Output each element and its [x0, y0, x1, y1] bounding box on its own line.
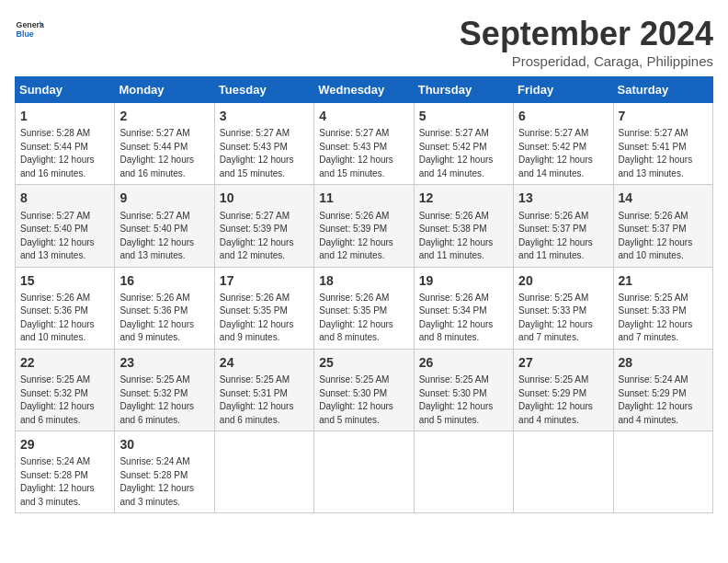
- table-row: 5 Sunrise: 5:27 AM Sunset: 5:42 PM Dayli…: [414, 103, 513, 185]
- sunset-label: Sunset: 5:42 PM: [518, 142, 586, 152]
- sunset-label: Sunset: 5:32 PM: [119, 388, 188, 398]
- table-row: 27 Sunrise: 5:25 AM Sunset: 5:29 PM Dayl…: [514, 349, 613, 431]
- sunrise-label: Sunrise: 5:25 AM: [619, 293, 688, 303]
- sunset-label: Sunset: 5:44 PM: [119, 142, 188, 152]
- table-row: [314, 431, 414, 513]
- daylight-label: Daylight: 12 hours and 16 minutes.: [20, 155, 95, 178]
- sunrise-label: Sunrise: 5:26 AM: [119, 293, 189, 303]
- sunset-label: Sunset: 5:42 PM: [419, 142, 487, 152]
- sunrise-label: Sunrise: 5:25 AM: [20, 374, 90, 385]
- daylight-label: Daylight: 12 hours and 11 minutes.: [419, 237, 494, 261]
- month-title: September 2024: [460, 15, 713, 53]
- day-number: 30: [119, 435, 209, 454]
- daylight-label: Daylight: 12 hours and 10 minutes.: [20, 319, 95, 343]
- table-row: 18 Sunrise: 5:26 AM Sunset: 5:35 PM Dayl…: [314, 267, 414, 349]
- table-row: 6 Sunrise: 5:27 AM Sunset: 5:42 PM Dayli…: [514, 103, 613, 185]
- daylight-label: Daylight: 12 hours and 6 minutes.: [20, 401, 95, 425]
- sunrise-label: Sunrise: 5:27 AM: [119, 211, 189, 221]
- sunrise-label: Sunrise: 5:25 AM: [319, 374, 389, 385]
- sunset-label: Sunset: 5:29 PM: [619, 388, 687, 398]
- table-row: 26 Sunrise: 5:25 AM Sunset: 5:30 PM Dayl…: [414, 349, 513, 431]
- day-number: 6: [518, 107, 608, 125]
- sunset-label: Sunset: 5:40 PM: [20, 224, 88, 234]
- table-row: 25 Sunrise: 5:25 AM Sunset: 5:30 PM Dayl…: [314, 349, 414, 431]
- day-number: 15: [20, 271, 109, 290]
- day-number: 14: [619, 189, 708, 207]
- daylight-label: Daylight: 12 hours and 15 minutes.: [220, 155, 294, 178]
- table-row: 23 Sunrise: 5:25 AM Sunset: 5:32 PM Dayl…: [115, 349, 214, 431]
- day-number: 23: [119, 353, 209, 372]
- daylight-label: Daylight: 12 hours and 14 minutes.: [518, 155, 593, 178]
- table-row: 13 Sunrise: 5:26 AM Sunset: 5:37 PM Dayl…: [514, 185, 613, 267]
- day-number: 21: [619, 271, 708, 290]
- page-header: General Blue September 2024 Prosperidad,…: [15, 15, 713, 69]
- sunset-label: Sunset: 5:39 PM: [220, 224, 288, 234]
- table-row: 12 Sunrise: 5:26 AM Sunset: 5:38 PM Dayl…: [414, 185, 513, 267]
- table-row: 11 Sunrise: 5:26 AM Sunset: 5:39 PM Dayl…: [314, 185, 414, 267]
- sunrise-label: Sunrise: 5:24 AM: [20, 456, 90, 466]
- sunset-label: Sunset: 5:30 PM: [419, 388, 487, 398]
- sunset-label: Sunset: 5:32 PM: [20, 388, 88, 398]
- sunrise-label: Sunrise: 5:26 AM: [319, 211, 389, 221]
- sunrise-label: Sunrise: 5:24 AM: [619, 374, 688, 385]
- sunset-label: Sunset: 5:33 PM: [518, 305, 586, 316]
- table-row: 15 Sunrise: 5:26 AM Sunset: 5:36 PM Dayl…: [16, 267, 115, 349]
- daylight-label: Daylight: 12 hours and 5 minutes.: [319, 401, 393, 425]
- daylight-label: Daylight: 12 hours and 10 minutes.: [619, 237, 693, 261]
- daylight-label: Daylight: 12 hours and 7 minutes.: [518, 319, 593, 343]
- calendar-week-row: 8 Sunrise: 5:27 AM Sunset: 5:40 PM Dayli…: [16, 185, 713, 267]
- day-number: 24: [220, 353, 309, 372]
- table-row: [514, 431, 613, 513]
- sunrise-label: Sunrise: 5:27 AM: [220, 128, 290, 138]
- sunset-label: Sunset: 5:37 PM: [518, 224, 586, 234]
- daylight-label: Daylight: 12 hours and 9 minutes.: [119, 319, 194, 343]
- sunrise-label: Sunrise: 5:25 AM: [518, 293, 588, 303]
- calendar-week-row: 22 Sunrise: 5:25 AM Sunset: 5:32 PM Dayl…: [16, 349, 713, 431]
- logo-icon: General Blue: [15, 15, 44, 44]
- sunrise-label: Sunrise: 5:27 AM: [220, 211, 290, 221]
- sunrise-label: Sunrise: 5:26 AM: [220, 293, 290, 303]
- table-row: 17 Sunrise: 5:26 AM Sunset: 5:35 PM Dayl…: [214, 267, 313, 349]
- table-row: 4 Sunrise: 5:27 AM Sunset: 5:43 PM Dayli…: [314, 103, 414, 185]
- daylight-label: Daylight: 12 hours and 9 minutes.: [220, 319, 294, 343]
- table-row: [613, 431, 712, 513]
- daylight-label: Daylight: 12 hours and 11 minutes.: [518, 237, 593, 261]
- sunrise-label: Sunrise: 5:27 AM: [419, 128, 489, 138]
- sunrise-label: Sunrise: 5:27 AM: [119, 128, 189, 138]
- daylight-label: Daylight: 12 hours and 6 minutes.: [119, 401, 194, 425]
- table-row: 19 Sunrise: 5:26 AM Sunset: 5:34 PM Dayl…: [414, 267, 513, 349]
- table-row: 7 Sunrise: 5:27 AM Sunset: 5:41 PM Dayli…: [613, 103, 712, 185]
- table-row: 22 Sunrise: 5:25 AM Sunset: 5:32 PM Dayl…: [16, 349, 115, 431]
- day-number: 20: [518, 271, 608, 290]
- col-wednesday: Wednesday: [314, 77, 414, 103]
- daylight-label: Daylight: 12 hours and 3 minutes.: [20, 483, 95, 507]
- day-number: 7: [619, 107, 708, 125]
- day-number: 8: [20, 189, 109, 207]
- sunset-label: Sunset: 5:39 PM: [319, 224, 387, 234]
- calendar-week-row: 1 Sunrise: 5:28 AM Sunset: 5:44 PM Dayli…: [16, 103, 713, 185]
- sunset-label: Sunset: 5:43 PM: [220, 142, 288, 152]
- daylight-label: Daylight: 12 hours and 12 minutes.: [319, 237, 393, 261]
- sunset-label: Sunset: 5:30 PM: [319, 388, 387, 398]
- table-row: 1 Sunrise: 5:28 AM Sunset: 5:44 PM Dayli…: [16, 103, 115, 185]
- daylight-label: Daylight: 12 hours and 13 minutes.: [119, 237, 194, 261]
- sunset-label: Sunset: 5:34 PM: [419, 305, 487, 316]
- day-number: 9: [119, 189, 209, 207]
- daylight-label: Daylight: 12 hours and 7 minutes.: [619, 319, 693, 343]
- col-monday: Monday: [115, 77, 214, 103]
- sunrise-label: Sunrise: 5:26 AM: [419, 211, 489, 221]
- daylight-label: Daylight: 12 hours and 14 minutes.: [419, 155, 494, 178]
- sunset-label: Sunset: 5:44 PM: [20, 142, 88, 152]
- sunrise-label: Sunrise: 5:24 AM: [119, 456, 189, 466]
- table-row: 9 Sunrise: 5:27 AM Sunset: 5:40 PM Dayli…: [115, 185, 214, 267]
- day-number: 4: [319, 107, 408, 125]
- table-row: 29 Sunrise: 5:24 AM Sunset: 5:28 PM Dayl…: [16, 431, 115, 513]
- day-number: 11: [319, 189, 408, 207]
- daylight-label: Daylight: 12 hours and 13 minutes.: [20, 237, 95, 261]
- sunset-label: Sunset: 5:40 PM: [119, 224, 188, 234]
- sunrise-label: Sunrise: 5:28 AM: [20, 128, 90, 138]
- day-number: 10: [220, 189, 309, 207]
- daylight-label: Daylight: 12 hours and 4 minutes.: [619, 401, 693, 425]
- col-saturday: Saturday: [613, 77, 712, 103]
- table-row: 30 Sunrise: 5:24 AM Sunset: 5:28 PM Dayl…: [115, 431, 214, 513]
